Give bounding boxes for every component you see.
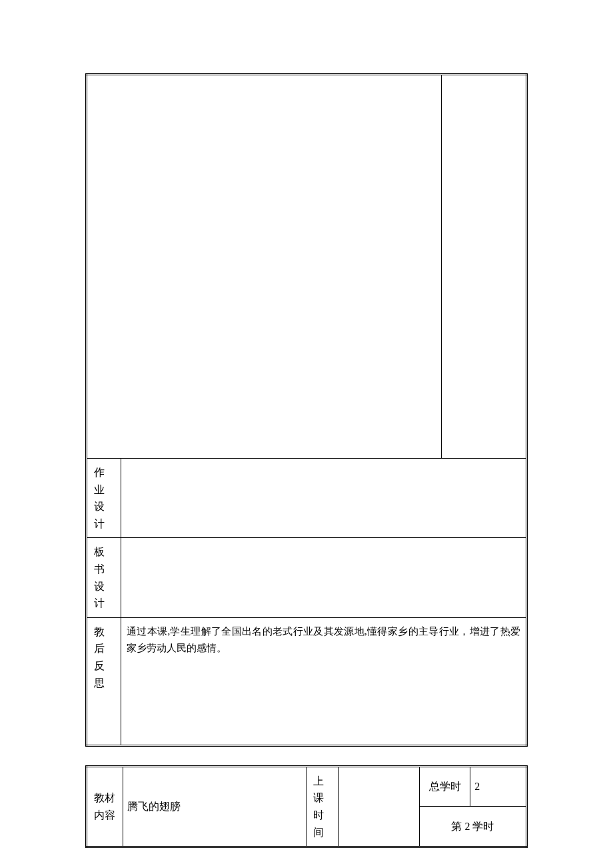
main-content-area — [87, 75, 442, 459]
board-design-content — [121, 538, 527, 617]
class-time-label: 上课时间 — [306, 766, 339, 847]
total-hours-value: 2 — [470, 766, 527, 807]
homework-design-content — [121, 459, 527, 538]
board-design-label: 板书设计 — [87, 538, 121, 617]
lesson-plan-table-lower: 教材内容 腾飞的翅膀 上课时间 总学时 2 第 2 学时 — [85, 765, 528, 848]
post-teaching-reflection-content: 通过本课,学生理解了全国出名的老式行业及其发源地,懂得家乡的主导行业，增进了热爱… — [121, 617, 527, 745]
material-content-value: 腾飞的翅膀 — [123, 766, 306, 847]
material-content-label: 教材内容 — [87, 766, 123, 847]
side-margin-area — [442, 75, 527, 459]
homework-design-label: 作业设计 — [87, 459, 121, 538]
reflection-text: 通过本课,学生理解了全国出名的老式行业及其发源地,懂得家乡的主导行业，增进了热爱… — [125, 621, 522, 660]
lesson-plan-table-upper: 作业设计 板书设计 教后反思 通过本课,学生理解了全国出名的老式行业及其发源地,… — [85, 73, 528, 747]
period-label: 第 2 学时 — [419, 807, 526, 847]
post-teaching-reflection-label: 教后反思 — [87, 617, 121, 745]
total-hours-label: 总学时 — [419, 766, 470, 807]
class-time-value — [339, 766, 420, 847]
